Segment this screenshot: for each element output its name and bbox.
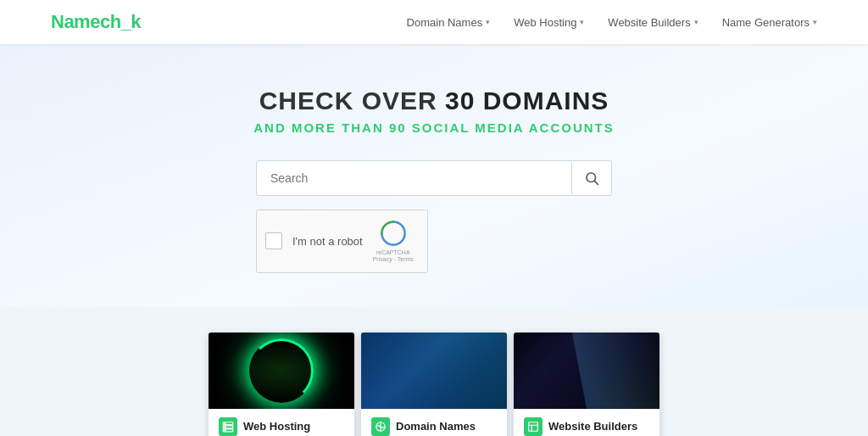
hero-section: CHECK OVER 30 DOMAINS AND MORE THAN 90 S…	[0, 44, 868, 307]
card-image	[361, 333, 507, 409]
svg-line-1	[594, 181, 598, 184]
card-web-hosting[interactable]: Web Hosting Complete Guide to Web H... ›…	[209, 333, 354, 436]
card-body: Domain Names How to Register a Domain ..…	[361, 409, 507, 436]
search-container	[256, 160, 612, 196]
nav-item-web-hosting[interactable]: Web Hosting▾	[514, 16, 584, 29]
nav-label: Name Generators	[722, 16, 810, 29]
search-button[interactable]	[571, 162, 611, 194]
nav-item-domain-names[interactable]: Domain Names▾	[407, 16, 491, 29]
card-icon	[371, 417, 390, 436]
nav-item-website-builders[interactable]: Website Builders▾	[608, 16, 698, 29]
hero-headline-highlight: 30 DOMAINS	[445, 87, 609, 115]
nav-arrow: ▾	[486, 18, 490, 26]
svg-point-5	[225, 422, 225, 423]
nav-arrow: ▾	[694, 18, 698, 26]
svg-rect-10	[529, 422, 538, 432]
logo-underscore: _k	[121, 11, 141, 32]
search-icon	[584, 170, 599, 186]
recaptcha-icon	[379, 219, 408, 248]
site-header: Namech_k Domain Names▾Web Hosting▾Websit…	[0, 0, 868, 44]
cards-section: Web Hosting Complete Guide to Web H... ›…	[0, 307, 868, 436]
recaptcha-box: I'm not a robot reCAPTCHA Privacy - Term…	[256, 210, 428, 273]
card-body: Web Hosting Complete Guide to Web H... ›…	[209, 409, 354, 436]
card-title-row: Domain Names	[371, 417, 497, 436]
recaptcha-container: I'm not a robot reCAPTCHA Privacy - Term…	[256, 210, 612, 273]
nav-label: Web Hosting	[514, 16, 576, 29]
nav-item-name-generators[interactable]: Name Generators▾	[722, 16, 817, 29]
recaptcha-label: I'm not a robot	[292, 235, 363, 248]
card-image	[209, 333, 354, 409]
search-input[interactable]	[257, 161, 571, 195]
card-title: Web Hosting	[243, 420, 310, 433]
card-body: Website Builders How to Build a Website …	[514, 409, 659, 436]
recaptcha-brand: reCAPTCHA Privacy - Terms	[373, 249, 414, 264]
svg-point-6	[225, 426, 225, 427]
card-title: Website Builders	[548, 420, 637, 433]
card-website-builders[interactable]: Website Builders How to Build a Website …	[514, 333, 659, 436]
nav-label: Website Builders	[608, 16, 690, 29]
svg-point-7	[225, 430, 225, 431]
hero-headline-prefix: CHECK OVER	[259, 87, 445, 115]
card-icon	[524, 417, 542, 436]
card-title-row: Web Hosting	[219, 417, 344, 436]
hero-subline: AND MORE THAN 90 SOCIAL MEDIA ACCOUNTS	[17, 120, 851, 135]
logo-text: Namech	[51, 11, 121, 32]
nav-arrow: ▾	[580, 18, 584, 26]
search-box	[256, 160, 612, 196]
card-icon	[219, 417, 237, 436]
card-image	[514, 333, 659, 409]
main-nav: Domain Names▾Web Hosting▾Website Builder…	[407, 16, 817, 29]
hero-headline: CHECK OVER 30 DOMAINS	[17, 87, 851, 115]
nav-label: Domain Names	[407, 16, 483, 29]
hero-subline-highlight: 90 SOCIAL MEDIA ACCOUNTS	[389, 120, 615, 135]
card-title: Domain Names	[396, 420, 476, 433]
site-logo[interactable]: Namech_k	[51, 11, 141, 33]
hero-subline-prefix: AND MORE THAN	[253, 120, 389, 135]
card-domain-names[interactable]: Domain Names How to Register a Domain ..…	[361, 333, 507, 436]
card-title-row: Website Builders	[524, 417, 649, 436]
recaptcha-logo: reCAPTCHA Privacy - Terms	[373, 219, 414, 264]
nav-arrow: ▾	[813, 18, 817, 26]
recaptcha-checkbox[interactable]	[265, 232, 282, 249]
